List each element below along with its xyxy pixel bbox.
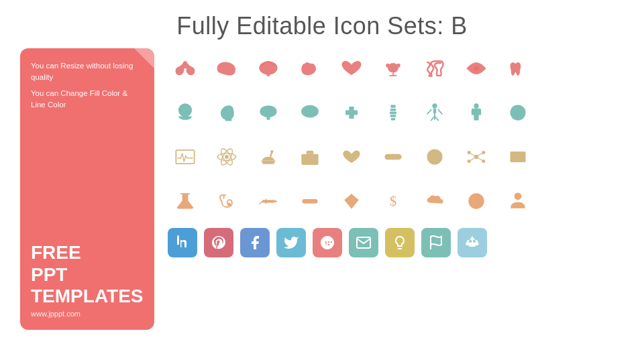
svg-point-35 bbox=[270, 150, 273, 153]
facebook-icon bbox=[240, 228, 270, 257]
tooth-icon bbox=[500, 51, 535, 86]
stomach-icon bbox=[292, 51, 327, 86]
icon-row-5: G+ bbox=[168, 225, 624, 260]
svg-rect-10 bbox=[266, 117, 270, 119]
icon-row-1 bbox=[168, 48, 624, 88]
dollar-icon: $ bbox=[376, 184, 411, 219]
head-silhouette-icon bbox=[168, 95, 203, 130]
intestine-icon bbox=[417, 51, 452, 86]
icon-row-2 bbox=[168, 93, 624, 133]
skeleton-icon bbox=[417, 95, 452, 130]
svg-marker-62 bbox=[274, 200, 278, 202]
circle-plus-icon bbox=[500, 95, 535, 130]
diamond-icon bbox=[334, 184, 369, 219]
email-icon bbox=[349, 228, 378, 257]
svg-rect-61 bbox=[262, 200, 274, 202]
svg-point-5 bbox=[386, 64, 390, 68]
molecule-icon bbox=[459, 139, 494, 174]
svg-point-25 bbox=[474, 103, 478, 108]
medical-asterisk-icon bbox=[417, 139, 452, 174]
pill-icon bbox=[376, 139, 411, 174]
flask-icon bbox=[168, 184, 203, 219]
svg-point-7 bbox=[473, 65, 479, 71]
svg-text:$: $ bbox=[390, 193, 396, 209]
stethoscope-icon bbox=[209, 184, 244, 219]
brain-detailed-icon bbox=[292, 95, 327, 130]
svg-point-49 bbox=[482, 160, 485, 163]
body-icon bbox=[459, 95, 494, 130]
svg-point-8 bbox=[178, 103, 192, 117]
icon-grid: $ bbox=[168, 48, 624, 330]
syringe-icon bbox=[251, 184, 286, 219]
cloud-icon bbox=[417, 184, 452, 219]
pinterest-icon bbox=[204, 228, 233, 257]
svg-line-51 bbox=[476, 153, 484, 157]
svg-point-9 bbox=[260, 105, 276, 117]
page-title: Fully Editable Icon Sets: B bbox=[0, 0, 644, 48]
svg-rect-19 bbox=[433, 109, 436, 113]
resize-text: You can Resize without losing quality bbox=[31, 60, 144, 84]
clock-icon bbox=[459, 184, 494, 219]
svg-marker-69 bbox=[344, 194, 359, 208]
svg-rect-16 bbox=[390, 115, 396, 117]
svg-point-6 bbox=[396, 64, 400, 68]
mortar-pestle-icon bbox=[251, 139, 286, 174]
svg-line-64 bbox=[260, 201, 262, 204]
bandaid-icon bbox=[292, 184, 327, 219]
svg-point-47 bbox=[482, 151, 485, 154]
card-top-text: You can Resize without losing quality Yo… bbox=[31, 60, 144, 115]
svg-point-58 bbox=[227, 203, 231, 206]
medical-bag-icon bbox=[292, 139, 327, 174]
svg-point-46 bbox=[468, 151, 471, 154]
reproductive-icon bbox=[376, 51, 411, 86]
flag-icon bbox=[421, 228, 451, 257]
recycle-icon bbox=[458, 228, 487, 257]
svg-rect-14 bbox=[390, 109, 396, 111]
left-card: You can Resize without losing quality Yo… bbox=[20, 48, 154, 330]
svg-point-0 bbox=[259, 61, 277, 74]
medical-cross-icon bbox=[334, 95, 369, 130]
card-bottom: FREEPPTTEMPLATES www.jpppt.com bbox=[31, 242, 144, 318]
svg-rect-1 bbox=[266, 73, 270, 76]
brain-outline-icon bbox=[251, 95, 286, 130]
brain-icon bbox=[251, 51, 286, 86]
svg-line-22 bbox=[438, 110, 441, 114]
liver-icon bbox=[209, 51, 244, 86]
free-ppt-text: FREEPPTTEMPLATES bbox=[31, 242, 144, 307]
ecg-icon bbox=[168, 139, 203, 174]
main-content: You can Resize without losing quality Yo… bbox=[0, 48, 644, 337]
svg-line-21 bbox=[427, 110, 431, 114]
svg-text:G+: G+ bbox=[323, 239, 333, 247]
head-profile-icon bbox=[209, 95, 244, 130]
svg-rect-15 bbox=[390, 112, 396, 115]
svg-point-30 bbox=[225, 155, 229, 159]
svg-line-53 bbox=[476, 157, 484, 161]
lungs-icon bbox=[168, 51, 203, 86]
person-icon bbox=[500, 184, 535, 219]
icon-row-4: $ bbox=[168, 181, 624, 221]
twitter-icon bbox=[276, 228, 306, 257]
svg-point-18 bbox=[432, 103, 437, 108]
fill-text: You can Change Fill Color & Line Color bbox=[31, 88, 144, 111]
svg-rect-13 bbox=[390, 105, 395, 107]
atom-icon bbox=[209, 139, 244, 174]
svg-rect-63 bbox=[266, 198, 266, 204]
heart-icon bbox=[334, 51, 369, 86]
svg-line-50 bbox=[469, 153, 476, 157]
linkedin-icon bbox=[168, 228, 197, 257]
gplus-icon: G+ bbox=[313, 228, 342, 257]
svg-line-52 bbox=[469, 157, 476, 161]
spine-icon bbox=[376, 95, 411, 130]
svg-rect-17 bbox=[391, 118, 395, 121]
page: Fully Editable Icon Sets: B You can Resi… bbox=[0, 0, 644, 362]
lightbulb-icon bbox=[385, 228, 415, 257]
website-text: www.jpppt.com bbox=[31, 310, 144, 318]
svg-point-78 bbox=[515, 192, 522, 200]
icon-row-3 bbox=[168, 137, 624, 177]
eye-icon bbox=[459, 51, 494, 86]
heart-rate-icon bbox=[334, 139, 369, 174]
medicine-box-icon bbox=[500, 139, 535, 174]
svg-point-48 bbox=[468, 160, 471, 163]
